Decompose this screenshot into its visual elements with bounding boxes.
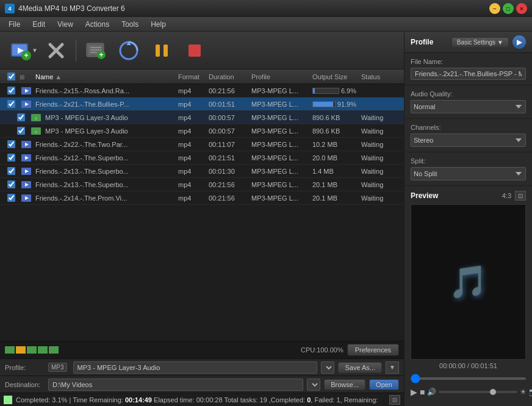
file-profile: MP3-MPEG L... xyxy=(249,101,310,108)
play-button[interactable]: ▶ xyxy=(411,385,417,399)
audio-file-icon: ♪ xyxy=(31,114,41,121)
app-icon: 4 xyxy=(5,4,15,13)
browse-button[interactable]: Browse... xyxy=(324,379,365,390)
status-text: Completed: 3.1% | Time Remaining: 00:14:… xyxy=(16,396,378,404)
cpu-label: CPU:100.00% xyxy=(301,346,343,354)
add-video-button[interactable]: + xyxy=(6,36,35,65)
right-split-section: Split: No Split By Size By Duration xyxy=(404,152,532,186)
channels-select[interactable]: Stereo Mono Joint Stereo xyxy=(411,134,526,147)
right-go-button[interactable]: ▶ xyxy=(512,35,526,49)
seek-bar-container xyxy=(411,372,526,383)
seek-bar[interactable] xyxy=(411,377,526,380)
video-file-icon xyxy=(21,101,31,108)
duration-header[interactable]: Duration xyxy=(206,73,249,80)
name-header[interactable]: Name ▲ xyxy=(33,73,176,80)
toolbar: + ▼ + xyxy=(0,32,404,69)
table-row[interactable]: Friends.-.2x21.-.The.Bullies-P... mp4 00… xyxy=(0,98,404,111)
table-row[interactable]: ♪ MP3 - MPEG Layer-3 Audio mp4 00:00:57 … xyxy=(0,124,404,138)
row-checkbox[interactable] xyxy=(7,154,15,162)
volume-slider[interactable] xyxy=(439,391,517,393)
open-button[interactable]: Open xyxy=(369,379,399,390)
basic-settings-label: Basic Settings xyxy=(457,39,495,46)
basic-settings-button[interactable]: Basic Settings ▼ xyxy=(451,37,509,48)
table-row[interactable]: Friends.-.2x22.-.The.Two.Par... mp4 00:1… xyxy=(0,138,404,151)
copy-status-button[interactable]: ⊡ xyxy=(389,395,400,405)
preview-controls: ▶ ■ 🔊 ☀ 📷 ⚙ xyxy=(411,383,526,401)
file-format: mp4 xyxy=(176,87,206,94)
file-duration: 00:01:51 xyxy=(206,101,249,108)
format-header[interactable]: Format xyxy=(176,73,206,80)
menu-help[interactable]: Help xyxy=(145,18,172,30)
file-format: mp4 xyxy=(176,194,206,202)
volume-icon[interactable]: 🔊 xyxy=(427,385,436,399)
file-format: mp4 xyxy=(176,154,206,162)
split-select[interactable]: No Split By Size By Duration xyxy=(411,167,526,180)
file-name: MP3 - MPEG Layer-3 Audio xyxy=(43,114,176,121)
file-format: mp4 xyxy=(176,181,206,188)
brightness-icon[interactable]: ☀ xyxy=(520,385,527,399)
row-checkbox[interactable] xyxy=(17,127,25,135)
table-row[interactable]: Friends.-.2x12.-.The.Superbo... mp4 00:2… xyxy=(0,151,404,165)
menu-view[interactable]: View xyxy=(51,18,79,30)
right-panel-header: Profile Basic Settings ▼ ▶ xyxy=(404,32,532,53)
file-profile: MP3-MPEG L... xyxy=(249,154,310,162)
titlebar: 4 4Media MP4 to MP3 Converter 6 − □ × xyxy=(0,0,532,17)
preview-header: Preview 4:3 ⊡ xyxy=(411,191,526,201)
minimize-button[interactable]: − xyxy=(489,3,500,14)
table-row[interactable]: Friends.-.2x14.-.The.Prom.Vi... mp4 00:2… xyxy=(0,191,404,205)
preview-fullscreen-button[interactable]: ⊡ xyxy=(515,191,526,201)
audio-quality-select[interactable]: Normal High Low Custom xyxy=(411,100,526,113)
add-list-button[interactable]: + xyxy=(81,36,110,65)
progress-seg-3 xyxy=(27,346,37,354)
pause-button[interactable] xyxy=(147,36,176,65)
row-checkbox[interactable] xyxy=(7,180,15,188)
file-list-container[interactable]: ⊞ Name ▲ Format Duration Profile Output … xyxy=(0,69,404,341)
file-format: mp4 xyxy=(176,114,206,121)
file-profile: MP3-MPEG L... xyxy=(249,181,310,188)
row-checkbox[interactable] xyxy=(7,87,15,94)
preview-section: Preview 4:3 ⊡ 🎵 00:00:00 / 00:01:51 ▶ ■ … xyxy=(404,186,532,406)
profile-header[interactable]: Profile xyxy=(249,73,310,80)
add-video-dropdown-arrow[interactable]: ▼ xyxy=(32,47,38,54)
destination-input[interactable] xyxy=(48,379,303,391)
row-checkbox[interactable] xyxy=(17,113,25,121)
file-name: Friends.-.2x13.-.The.Superbo... xyxy=(33,181,176,188)
destination-dropdown[interactable] xyxy=(307,379,320,391)
row-checkbox[interactable] xyxy=(7,140,15,148)
maximize-button[interactable]: □ xyxy=(503,3,514,14)
svg-text:+: + xyxy=(24,51,28,60)
profile-input[interactable] xyxy=(73,361,318,374)
sort-icon: ⊞ xyxy=(20,74,24,80)
row-checkbox[interactable] xyxy=(7,194,15,202)
table-row[interactable]: Friends.-.2x15.-.Ross.And.Ra... mp4 00:2… xyxy=(0,84,404,98)
status-header[interactable]: Status xyxy=(359,73,401,80)
basic-settings-arrow: ▼ xyxy=(497,39,503,46)
row-checkbox[interactable] xyxy=(7,100,15,108)
menu-edit[interactable]: Edit xyxy=(26,18,51,30)
preferences-button[interactable]: Preferences xyxy=(347,344,399,356)
channels-label: Channels: xyxy=(411,124,526,131)
menu-file[interactable]: File xyxy=(2,18,26,30)
close-button[interactable]: × xyxy=(516,3,527,14)
save-as-button[interactable]: Save As... xyxy=(338,362,382,373)
convert-button[interactable] xyxy=(114,36,143,65)
row-checkbox[interactable] xyxy=(7,167,15,175)
table-row[interactable]: Friends.-.2x13.-.The.Superbo... mp4 00:2… xyxy=(0,178,404,191)
delete-button[interactable] xyxy=(41,36,71,65)
select-all-checkbox[interactable] xyxy=(7,73,15,80)
screenshot-icon[interactable]: 📷 xyxy=(529,385,532,399)
menubar: File Edit View Actions Tools Help xyxy=(0,17,532,32)
menu-tools[interactable]: Tools xyxy=(115,18,145,30)
table-row[interactable]: Friends.-.2x13.-.The.Superbo... mp4 00:0… xyxy=(0,165,404,178)
stop-preview-button[interactable]: ■ xyxy=(420,385,425,399)
output-size-header[interactable]: Output Size xyxy=(310,73,359,80)
destination-label: Destination: xyxy=(5,381,45,388)
table-row[interactable]: ♪ MP3 - MPEG Layer-3 Audio mp4 00:00:57 … xyxy=(0,111,404,124)
menu-actions[interactable]: Actions xyxy=(79,18,115,30)
right-filename-section: File Name: xyxy=(404,53,532,85)
save-as-dropdown[interactable]: ▼ xyxy=(386,361,399,374)
right-filename-input[interactable] xyxy=(411,68,526,80)
stop-button[interactable] xyxy=(180,36,209,65)
profile-dropdown[interactable] xyxy=(321,361,334,374)
profile-type-badge: MP3 xyxy=(48,363,67,372)
